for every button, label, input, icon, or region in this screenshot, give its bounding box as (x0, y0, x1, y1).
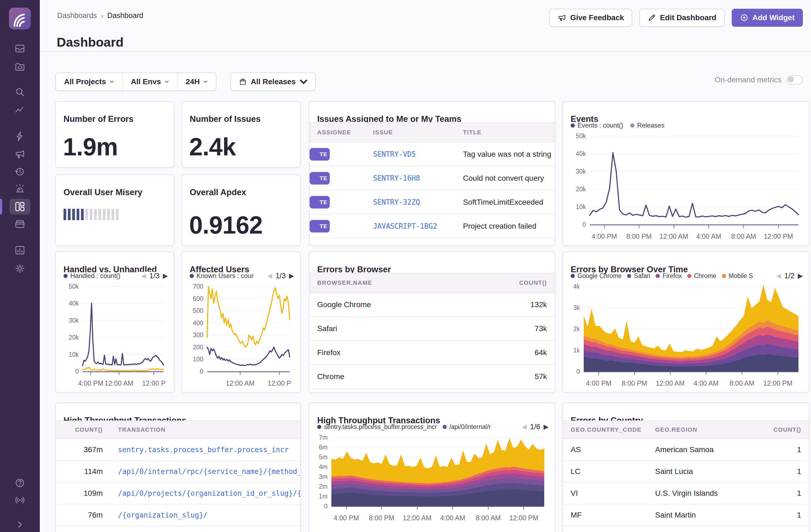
pager-next-button[interactable]: ▶ (163, 272, 168, 279)
cell-code: LC (563, 467, 647, 476)
cell-code: MF (563, 511, 647, 519)
history-clock-icon (14, 166, 25, 177)
pager-next-button[interactable]: ▶ (544, 423, 549, 431)
legend-dot (687, 274, 691, 278)
legend-item[interactable]: Mobile S (722, 272, 753, 279)
sidebar-item-explore[interactable] (14, 87, 25, 97)
svg-text:0: 0 (582, 221, 586, 228)
sidebar-item-settings[interactable] (14, 263, 25, 274)
release-filter[interactable]: All Releases (231, 73, 316, 91)
sidebar (0, 0, 40, 532)
legend-item[interactable]: Releases (630, 122, 664, 129)
svg-text:12:00 PM: 12:00 PM (764, 232, 793, 240)
release-filter-label: All Releases (251, 77, 296, 86)
cell-issue[interactable]: SENTRY-32ZQ (365, 198, 455, 206)
add-widget-button[interactable]: Add Widget (732, 9, 803, 27)
cell-issue[interactable]: SENTRY-16H8 (365, 174, 455, 182)
legend-item[interactable]: Events : count() (571, 122, 623, 129)
cell-issue[interactable]: SENTRY-VD5 (365, 150, 455, 158)
svg-text:700: 700 (193, 283, 203, 290)
pager-prev-button[interactable]: ◀ (141, 272, 146, 279)
assignee-avatar[interactable]: TE (317, 196, 330, 209)
column-header: ISSUE (365, 129, 455, 136)
widget-number-of-errors: Number of Errors 1.9m (55, 101, 174, 168)
pager-prev-button[interactable]: ◀ (267, 272, 272, 279)
cell-issue[interactable]: JAVASCRIPT-1BG2 (365, 222, 455, 230)
pager-next-button[interactable]: ▶ (798, 272, 803, 279)
sidebar-item-alerts[interactable] (14, 183, 25, 194)
cell-transaction[interactable]: /{organization_slug}/ (110, 511, 300, 519)
date-range-filter[interactable]: 24H (177, 73, 216, 90)
misery-bar (111, 209, 114, 220)
sidebar-item-projects[interactable] (14, 61, 25, 72)
legend-item[interactable]: Firefox (656, 272, 682, 279)
svg-text:4k: 4k (573, 283, 580, 290)
cell-title: SoftTimeLimitExceeded (455, 198, 554, 207)
give-feedback-button[interactable]: Give Feedback (549, 9, 632, 27)
sidebar-item-stats[interactable] (14, 245, 25, 256)
sidebar-item-performance[interactable] (14, 105, 25, 116)
assignee-avatar[interactable]: TE (317, 148, 330, 161)
cell-transaction[interactable]: /api/0/internal/rpc/{service_name}/{meth… (110, 467, 300, 475)
legend-item[interactable]: Chrome (687, 272, 716, 279)
cell-name: Safari (309, 324, 495, 333)
legend-item[interactable]: Safari (627, 272, 650, 279)
table-row: 109m/api/0/projects/{organization_id_or_… (56, 483, 300, 504)
sidebar-item-dashboards[interactable] (10, 199, 30, 214)
project-filter[interactable]: All Projects (56, 73, 122, 90)
edit-dashboard-label: Edit Dashboard (660, 13, 716, 22)
header-actions: Give Feedback Edit Dashboard Add Widget (549, 9, 803, 27)
high-throughput-chart[interactable]: 01m2m3m4m5m6m7m4:00 PM8:00 PM12:00 AM4:0… (313, 434, 551, 524)
svg-text:2m: 2m (319, 483, 327, 490)
legend-pager: ◀1/3▶ (138, 272, 168, 280)
svg-text:20k: 20k (69, 334, 79, 341)
sidebar-item-releases[interactable] (14, 218, 25, 229)
widget-errors-by-country: Errors by Country GEO.COUNTRY_CODEGEO.RE… (563, 402, 809, 532)
svg-text:12:00 P: 12:00 P (267, 379, 291, 387)
pager-prev-button[interactable]: ◀ (522, 423, 527, 431)
breadcrumb-dashboards[interactable]: Dashboards (57, 12, 97, 20)
errors-by-browser-table: BROWSER.NAMECOUNT()Google Chrome132kSafa… (309, 273, 554, 393)
sentry-logo[interactable] (9, 7, 31, 29)
misery-bar (90, 209, 92, 220)
svg-text:5m: 5m (319, 454, 327, 460)
legend-label: /api/0/internal/r (449, 423, 491, 431)
edit-dashboard-button[interactable]: Edit Dashboard (639, 9, 724, 27)
cell-transaction[interactable]: /api/0/projects/{organization_id_or_slug… (110, 489, 300, 497)
sidebar-item-help[interactable] (14, 477, 25, 488)
legend-item[interactable]: Google Chrome (571, 272, 622, 279)
sidebar-item-issues[interactable] (14, 43, 25, 54)
widget-number-of-issues: Number of Issues 2.4k (182, 101, 301, 168)
cell-title: Project creation failed (455, 222, 554, 231)
cell-transaction[interactable]: sentry.tasks.process_buffer.process_incr (110, 445, 300, 454)
legend-item[interactable]: /api/0/internal/r (443, 423, 491, 431)
sidebar-item-boost[interactable] (14, 131, 25, 142)
cell-region: Saint Martin (647, 511, 760, 519)
assignee-avatar[interactable]: TE (317, 220, 330, 232)
sidebar-item-feedback[interactable] (14, 149, 25, 159)
legend-item[interactable]: Known Users : cour (190, 272, 254, 279)
assignee-avatar[interactable]: TE (317, 172, 330, 184)
legend-label: sentry.tasks.process_buffer.process_incr (324, 423, 437, 431)
pager-next-button[interactable]: ▶ (289, 272, 294, 279)
header-divider (40, 51, 811, 52)
pager-prev-button[interactable]: ◀ (776, 272, 781, 279)
on-demand-metrics-toggle[interactable] (786, 75, 803, 85)
legend-dot (63, 274, 67, 278)
legend-item[interactable]: sentry.tasks.process_buffer.process_incr (317, 423, 437, 431)
cell-count: 1 (760, 467, 809, 476)
sidebar-collapse-button[interactable] (14, 519, 25, 530)
sidebar-item-replays[interactable] (14, 166, 25, 177)
affected-users-chart[interactable]: 010020030040050060070012:00 AM12:00 P (186, 283, 296, 390)
events-chart[interactable]: 010k20k30k40k50k4:00 PM8:00 PM12:00 AM4:… (567, 133, 805, 243)
on-demand-metrics: On-demand metrics (715, 75, 803, 85)
sidebar-item-whats-new[interactable] (14, 495, 25, 505)
errors-by-browser-chart[interactable]: 01k2k3k4k4:00 PM8:00 PM12:00 AM4:00 AM8:… (567, 283, 805, 390)
environment-filter[interactable]: All Envs (122, 73, 177, 90)
megaphone-icon (557, 13, 566, 22)
handled-unhandled-chart[interactable]: 010k20k30k40k50k4:00 PM12:00 AM12:00 P (60, 283, 170, 390)
chart-canvas: 010020030040050060070012:00 AM12:00 P (186, 283, 296, 390)
legend-label: Google Chrome (578, 272, 622, 279)
legend-item[interactable]: Handled : count() (63, 272, 120, 279)
cell-code: AS (563, 445, 647, 454)
